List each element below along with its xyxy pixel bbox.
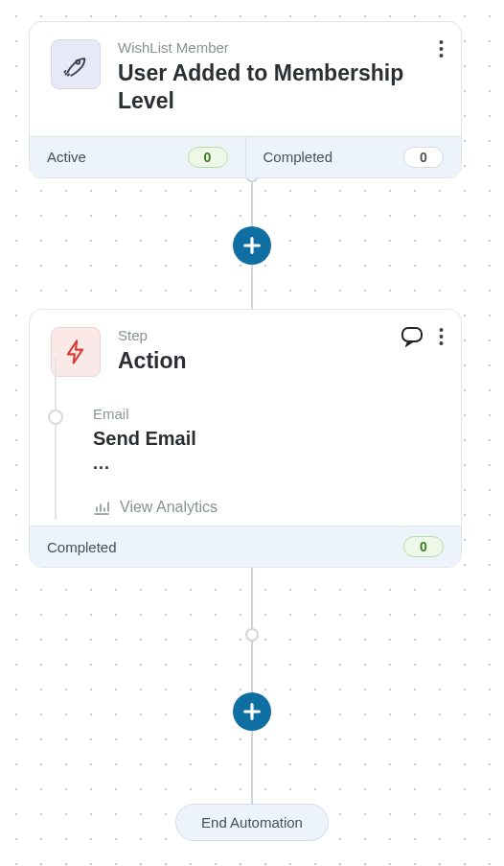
action-card[interactable]: Step Action Email: [29, 309, 462, 568]
action-completed-label: Completed: [47, 539, 117, 555]
svg-point-5: [440, 328, 444, 332]
action-completed-count: 0: [403, 536, 444, 557]
view-analytics-link[interactable]: View Analytics: [93, 499, 461, 516]
action-eyebrow: Step: [118, 327, 187, 343]
add-step-button[interactable]: [233, 226, 271, 265]
svg-point-3: [440, 54, 444, 58]
svg-point-0: [76, 60, 80, 64]
action-completed-stat: Completed 0: [30, 527, 461, 567]
trigger-completed-stat: Completed 0: [245, 137, 462, 177]
automation-canvas: WishList Member User Added to Membership…: [0, 0, 504, 866]
lightning-icon: [51, 327, 101, 377]
trigger-card[interactable]: WishList Member User Added to Membership…: [29, 21, 462, 178]
substep-line: [55, 358, 57, 520]
trigger-active-label: Active: [47, 149, 86, 165]
trigger-active-stat: Active 0: [30, 137, 245, 177]
svg-rect-4: [402, 328, 422, 341]
end-automation-label: End Automation: [201, 814, 303, 831]
substep-eyebrow: Email: [93, 406, 461, 422]
substep-node: [48, 410, 63, 425]
view-analytics-label: View Analytics: [120, 499, 218, 516]
add-step-button[interactable]: [233, 692, 271, 731]
trigger-active-count: 0: [188, 147, 228, 168]
substep-detail: ...: [93, 454, 461, 474]
end-automation-badge[interactable]: End Automation: [175, 804, 329, 841]
trigger-eyebrow: WishList Member: [118, 39, 440, 56]
trigger-completed-count: 0: [403, 147, 444, 168]
comment-icon[interactable]: [401, 326, 424, 351]
rocket-icon: [51, 39, 101, 89]
action-menu-button[interactable]: [435, 323, 447, 354]
connector-node: [245, 628, 259, 642]
action-substeps: Email Send Email ... View Analytics: [55, 377, 461, 526]
trigger-completed-label: Completed: [263, 149, 333, 165]
svg-point-6: [440, 335, 444, 339]
trigger-menu-button[interactable]: [435, 35, 447, 66]
trigger-title: User Added to Membership Level: [118, 59, 440, 115]
svg-point-1: [440, 40, 444, 44]
svg-point-7: [440, 341, 444, 345]
svg-point-2: [440, 47, 444, 51]
substep-title: Send Email: [93, 428, 461, 450]
action-title: Action: [118, 347, 187, 375]
